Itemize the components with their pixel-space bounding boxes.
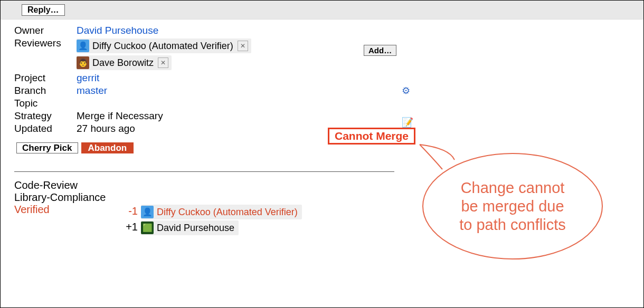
avatar-icon: 🟩 (141, 222, 154, 234)
code-review-label: Code-Review (14, 179, 120, 191)
vote-score: +1 (120, 221, 138, 233)
remove-reviewer-icon[interactable]: ✕ (238, 41, 248, 51)
topic-label: Topic (14, 98, 77, 109)
reviewer-name: Dave Borowitz (92, 57, 154, 69)
reviewer-chip: 👨Dave Borowitz✕ (77, 55, 172, 70)
review-labels: Code-Review Library-Compliance Verified … (14, 179, 633, 236)
project-label: Project (14, 72, 77, 84)
reviewers-label: Reviewers (14, 37, 77, 49)
vote-score: -1 (120, 205, 138, 217)
strategy-label: Strategy (14, 110, 77, 122)
remove-reviewer-icon[interactable]: ✕ (158, 57, 168, 68)
reviewer-name: Diffy Cuckoo (Automated Verifier) (92, 41, 233, 52)
cannot-merge-badge: Cannot Merge (328, 128, 415, 145)
branch-label: Branch (14, 85, 77, 97)
voter-chip: 👤Diffy Cuckoo (Automated Verifier) (141, 205, 302, 219)
add-reviewer-button[interactable]: Add… (364, 45, 396, 56)
cherry-pick-button[interactable]: Cherry Pick (16, 142, 78, 153)
project-link[interactable]: gerrit (77, 72, 99, 83)
reply-button[interactable]: Reply… (22, 4, 65, 16)
vote-row: -1👤Diffy Cuckoo (Automated Verifier) (120, 205, 302, 219)
avatar-icon: 👨 (77, 56, 89, 69)
voter-name: Diffy Cuckoo (Automated Verifier) (157, 207, 298, 218)
abandon-button[interactable]: Abandon (81, 142, 134, 153)
gear-icon[interactable]: ⚙ (402, 85, 410, 97)
top-toolbar: Reply… (1, 1, 643, 20)
verified-label: Verified (14, 204, 120, 236)
library-compliance-label: Library-Compliance (14, 191, 120, 204)
updated-label: Updated (14, 123, 77, 134)
strategy-value: Merge if Necessary (77, 110, 633, 122)
voter-chip: 🟩David Pursehouse (141, 220, 239, 235)
owner-label: Owner (14, 25, 77, 36)
avatar-icon: 👤 (141, 206, 154, 218)
action-buttons: Cherry PickAbandon (16, 142, 633, 153)
edit-topic-icon[interactable]: 📝 (402, 117, 413, 128)
vote-row: +1🟩David Pursehouse (120, 220, 302, 235)
owner-link[interactable]: David Pursehouse (77, 25, 158, 36)
change-metadata: Owner David Pursehouse Reviewers 👤Diffy … (1, 20, 643, 242)
voter-name: David Pursehouse (157, 223, 234, 234)
branch-link[interactable]: master (77, 85, 107, 96)
divider (14, 171, 394, 172)
reviewer-chip: 👤Diffy Cuckoo (Automated Verifier)✕ (77, 38, 251, 53)
avatar-icon: 👤 (77, 40, 89, 52)
